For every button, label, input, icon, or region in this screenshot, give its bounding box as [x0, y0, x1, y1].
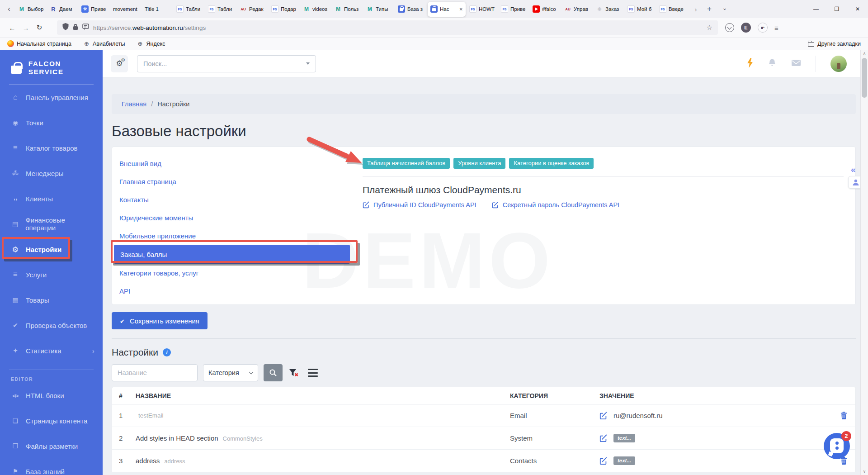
- url-bar[interactable]: https://service.web-automation.ru/settin…: [57, 20, 718, 35]
- lightning-icon[interactable]: [746, 58, 753, 70]
- browser-tab[interactable]: FS HOWT ✕: [467, 0, 498, 18]
- global-search-select[interactable]: Поиск...: [137, 55, 316, 72]
- extension-e-icon[interactable]: E: [741, 23, 751, 33]
- setting-value-badge[interactable]: text...: [613, 434, 635, 442]
- tab-title: Приве: [510, 6, 527, 12]
- chat-widget-button[interactable]: 2: [824, 433, 850, 459]
- scrollbar-thumb[interactable]: [862, 58, 867, 98]
- browser-tab[interactable]: База з ✕: [395, 0, 427, 18]
- tab-close-icon[interactable]: ✕: [459, 7, 463, 12]
- other-bookmarks-button[interactable]: Другие закладки: [808, 41, 861, 47]
- browser-tab[interactable]: М videos ✕: [300, 0, 332, 18]
- sidebar-item[interactable]: Статистика: [0, 338, 103, 363]
- browser-tab[interactable]: AU Управ ✕: [561, 0, 593, 18]
- browser-tab[interactable]: FS Табли ✕: [205, 0, 237, 18]
- extension-ip-icon[interactable]: IP: [758, 23, 768, 33]
- browser-menu-icon[interactable]: [774, 24, 778, 32]
- edit-value-icon[interactable]: [599, 457, 608, 465]
- browser-tab[interactable]: movement ✕: [110, 0, 142, 18]
- user-avatar[interactable]: [830, 56, 847, 72]
- browser-tab[interactable]: Title 1 ✕: [142, 0, 174, 18]
- page-scrollbar[interactable]: [860, 50, 868, 475]
- tab-scroll-left-icon[interactable]: [3, 0, 15, 18]
- filter-category-select[interactable]: Категория: [203, 364, 258, 381]
- settings-nav-item[interactable]: Юридические моменты: [119, 209, 356, 227]
- reload-button[interactable]: [33, 21, 46, 34]
- sidebar-item[interactable]: Услуги: [0, 262, 103, 287]
- setting-value-badge[interactable]: text...: [613, 456, 635, 465]
- tab-overflow-icon[interactable]: [690, 0, 702, 18]
- tab-list-dropdown-icon[interactable]: [717, 0, 732, 18]
- sidebar-item[interactable]: Товары: [0, 287, 103, 313]
- messages-envelope-icon[interactable]: [791, 59, 801, 68]
- edit-value-icon[interactable]: [599, 434, 608, 442]
- sidebar-item[interactable]: Каталог товаров: [0, 135, 103, 161]
- window-close-button[interactable]: [847, 0, 868, 18]
- tag-button[interactable]: Уровни клиента: [453, 158, 505, 169]
- page-permissions-icon[interactable]: [82, 24, 89, 32]
- breadcrumb-home-link[interactable]: Главная: [122, 100, 146, 108]
- browser-tab[interactable]: AU Редак ✕: [237, 0, 269, 18]
- scroll-down-icon[interactable]: [861, 468, 868, 475]
- gateway-setting-link[interactable]: Публичный ID CloudPayments API: [363, 201, 476, 209]
- setting-value[interactable]: ru@rudensoft.ru: [613, 412, 663, 419]
- sidebar-item[interactable]: Файлы разметки: [0, 433, 103, 459]
- gateway-setting-link[interactable]: Секретный пароль CloudPayments API: [492, 201, 619, 209]
- settings-nav-item[interactable]: Главная страница: [119, 172, 356, 190]
- tag-button[interactable]: Категории в оценке заказов: [509, 158, 594, 169]
- browser-tab[interactable]: FS Мой б ✕: [625, 0, 656, 18]
- brand[interactable]: FALCON SERVICE: [0, 50, 103, 84]
- sidebar-item[interactable]: HTML блоки: [0, 383, 103, 408]
- search-button[interactable]: [264, 364, 283, 381]
- browser-tab[interactable]: ❊ Заказ ✕: [593, 0, 625, 18]
- browser-tab[interactable]: М Выбор ✕: [15, 0, 47, 18]
- sidebar-item[interactable]: Панель управления: [0, 85, 103, 110]
- setting-name: testEmail: [136, 412, 164, 419]
- edit-value-icon[interactable]: [599, 412, 608, 420]
- clear-filter-icon[interactable]: [289, 369, 299, 377]
- scroll-up-icon[interactable]: [861, 50, 868, 57]
- tag-button[interactable]: Таблица начислений баллов: [363, 158, 450, 169]
- browser-tab[interactable]: М Типы ✕: [363, 0, 395, 18]
- back-button[interactable]: [5, 21, 19, 34]
- bookmark-star-icon[interactable]: [707, 24, 712, 32]
- bookmark-item[interactable]: Яндекс: [137, 40, 165, 47]
- browser-tab[interactable]: М Польз ✕: [332, 0, 363, 18]
- browser-tab[interactable]: FS Подар ✕: [269, 0, 300, 18]
- pocket-icon[interactable]: [725, 23, 734, 32]
- filter-name-input[interactable]: [112, 364, 198, 381]
- save-button[interactable]: Сохранить изменения: [112, 312, 208, 329]
- bookmark-item[interactable]: Авиабилеты: [83, 40, 125, 47]
- sidebar-item[interactable]: Финансовые операции: [0, 211, 103, 237]
- window-restore-button[interactable]: [826, 0, 847, 18]
- delete-row-icon[interactable]: [840, 412, 847, 419]
- info-icon[interactable]: [163, 348, 171, 356]
- tracking-shield-icon[interactable]: [62, 23, 69, 32]
- tab-favicon-icon: М: [335, 5, 342, 13]
- sidebar-item[interactable]: Точки: [0, 110, 103, 135]
- settings-nav-item[interactable]: Категории товаров, услуг: [119, 264, 356, 282]
- sidebar-item[interactable]: Менеджеры: [0, 161, 103, 186]
- browser-tab[interactable]: #falco ✕: [530, 0, 561, 18]
- table-menu-icon[interactable]: [308, 369, 318, 377]
- settings-nav-item[interactable]: Контакты: [119, 190, 356, 209]
- new-tab-button[interactable]: [702, 0, 717, 18]
- sidebar-item[interactable]: Страницы контента: [0, 408, 103, 433]
- browser-tab[interactable]: Нас ✕: [428, 2, 466, 17]
- browser-tab[interactable]: FS Введе ✕: [656, 0, 688, 18]
- quick-settings-button[interactable]: [111, 55, 128, 72]
- sidebar-item[interactable]: База знаний: [0, 459, 103, 475]
- sidebar-item[interactable]: Проверка объектов: [0, 313, 103, 338]
- browser-tab[interactable]: R Даем ✕: [47, 0, 79, 18]
- lock-icon[interactable]: [73, 24, 78, 32]
- notifications-bell-icon[interactable]: [768, 58, 777, 69]
- bookmark-item[interactable]: Начальная страница: [7, 40, 71, 47]
- browser-tab[interactable]: ⚒ Приве ✕: [79, 0, 110, 18]
- forward-button[interactable]: [19, 21, 33, 34]
- window-minimize-button[interactable]: [806, 0, 826, 18]
- collapse-panel-icon[interactable]: [851, 165, 856, 175]
- sidebar-item[interactable]: Клиенты: [0, 186, 103, 211]
- browser-tab[interactable]: FS Приве ✕: [498, 0, 530, 18]
- browser-tab[interactable]: FS Табли ✕: [174, 0, 205, 18]
- settings-nav-item[interactable]: API: [119, 282, 356, 300]
